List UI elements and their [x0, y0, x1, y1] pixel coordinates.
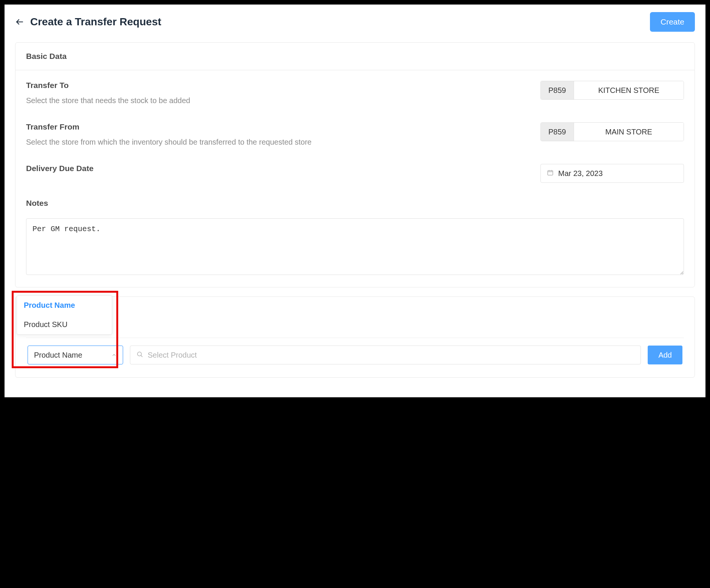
delivery-due-date-picker[interactable]: Mar 23, 2023 — [540, 164, 684, 183]
calendar-icon — [547, 169, 554, 177]
product-type-dropdown: Product Name Product SKU — [17, 295, 112, 335]
transfer-to-subtext: Select the store that needs the stock to… — [26, 94, 421, 106]
transfer-from-label: Transfer From — [26, 122, 421, 131]
back-arrow-icon[interactable] — [15, 17, 24, 26]
basic-data-card: Basic Data Transfer To Select the store … — [15, 42, 695, 287]
basic-data-header: Basic Data — [15, 43, 695, 70]
svg-rect-1 — [548, 171, 553, 175]
product-type-selected: Product Name — [34, 351, 82, 360]
transfer-from-subtext: Select the store from which the inventor… — [26, 136, 421, 148]
notes-textarea[interactable] — [26, 218, 684, 275]
product-search-field[interactable] — [130, 346, 641, 364]
svg-line-6 — [141, 355, 142, 357]
delivery-due-label: Delivery Due Date — [26, 164, 421, 173]
transfer-from-picker[interactable]: P859 MAIN STORE — [540, 122, 684, 141]
add-product-button[interactable]: Add — [648, 346, 682, 364]
product-search-input[interactable] — [148, 351, 634, 360]
product-card: Product Name Product SKU Product Name — [15, 296, 695, 378]
dropdown-option-product-sku[interactable]: Product SKU — [17, 315, 112, 334]
transfer-to-code: P859 — [541, 81, 574, 99]
delivery-due-value: Mar 23, 2023 — [558, 169, 603, 178]
chevron-up-icon — [111, 351, 117, 360]
transfer-from-code: P859 — [541, 123, 574, 141]
product-type-select[interactable]: Product Name — [28, 346, 123, 364]
transfer-to-store: KITCHEN STORE — [574, 81, 684, 99]
notes-label: Notes — [26, 199, 684, 208]
page-title: Create a Transfer Request — [30, 16, 161, 28]
transfer-to-picker[interactable]: P859 KITCHEN STORE — [540, 81, 684, 100]
transfer-from-store: MAIN STORE — [574, 123, 684, 141]
create-button[interactable]: Create — [650, 12, 695, 32]
search-icon — [136, 351, 143, 359]
transfer-to-label: Transfer To — [26, 81, 421, 90]
dropdown-option-product-name[interactable]: Product Name — [17, 296, 112, 315]
